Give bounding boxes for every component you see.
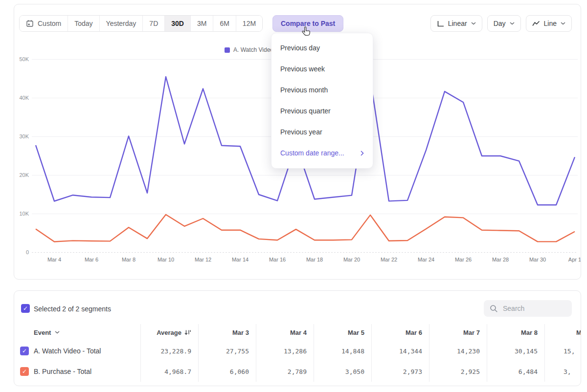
chart-card: CustomTodayYesterday7D30D3M6M12M Compare… [14,4,581,280]
chevron-down-icon [561,22,565,25]
scale-label: Linear [448,20,467,27]
x-tick-label: Mar 26 [449,257,478,262]
line-chart-icon [532,21,540,26]
preset-3m[interactable]: 3M [190,16,213,31]
x-tick-label: Mar 16 [263,257,292,262]
preset-12m[interactable]: 12M [236,16,262,31]
chevron-down-icon [55,331,60,334]
menu-item-previous-year[interactable]: Previous year [271,122,373,143]
y-tick-label: 30K [14,133,29,139]
x-tick-label: Mar 22 [374,257,404,262]
date-column-header: Mar 5 [314,324,371,341]
date-range-presets: CustomTodayYesterday7D30D3M6M12M [19,15,263,32]
value-cell: 2,925 [429,361,487,382]
series-line-b [36,215,575,241]
average-cell: 23,228.9 [140,341,198,361]
search-placeholder: Search [503,305,524,312]
menu-item-previous-month[interactable]: Previous month [271,80,373,101]
x-tick-label: Mar 28 [486,257,515,262]
x-tick-label: Mar 24 [411,257,441,262]
compare-to-past-menu: Previous dayPrevious weekPrevious monthP… [271,33,373,169]
y-tick-label: 40K [14,95,29,101]
preset-custom[interactable]: Custom [20,16,68,31]
value-cell: 3, [544,361,581,382]
x-tick-label: Mar 18 [300,257,329,262]
value-cell: 30,145 [487,341,544,361]
table-row[interactable]: ✓B. Purchase - Total4,968.76,0602,7893,0… [14,361,581,382]
search-input[interactable]: Search [484,300,572,317]
preset-30d[interactable]: 30D [164,16,190,31]
y-tick-label: 10K [14,211,29,217]
granularity-dropdown[interactable]: Day [487,15,521,32]
table-row[interactable]: ✓A. Watch Video - Total23,228.927,75513,… [14,341,581,361]
average-cell: 4,968.7 [140,361,198,382]
event-column-header[interactable]: Event [14,324,140,341]
calendar-icon [26,20,34,27]
row-checkbox[interactable]: ✓ [20,367,29,376]
value-cell: 27,755 [198,341,256,361]
chevron-down-icon [510,22,515,25]
value-cell: 14,344 [371,341,429,361]
chevron-down-icon [471,22,476,25]
preset-6m[interactable]: 6M [213,16,235,31]
date-column-header: M [544,324,581,341]
chevron-right-icon [361,151,364,156]
chart-display-controls: Linear Day Line [430,15,572,32]
x-tick-label: Mar 30 [523,257,552,262]
preset-yesterday[interactable]: Yesterday [99,16,143,31]
sort-descending-icon[interactable] [184,329,191,335]
preset-today[interactable]: Today [68,16,99,31]
y-tick-label: 50K [14,56,29,62]
date-column-header: Mar 8 [487,324,544,341]
value-cell: 2,789 [256,361,314,382]
axis-scale-icon [437,21,444,27]
x-tick-label: Mar 4 [40,257,69,262]
date-column-header: Mar 3 [198,324,256,341]
segment-label: A. Watch Video - Total [34,347,101,355]
chart-type-dropdown[interactable]: Line [526,15,572,32]
date-column-header: Mar 6 [371,324,429,341]
value-cell: 6,484 [487,361,544,382]
preset-7d[interactable]: 7D [142,16,164,31]
row-checkbox[interactable]: ✓ [20,347,29,355]
x-tick-label: Apr 1 [560,257,581,262]
value-cell: 14,848 [314,341,371,361]
average-column-header[interactable]: Average [140,324,198,341]
y-tick-label: 0 [14,249,29,255]
segment-label: B. Purchase - Total [34,368,91,375]
table-header-row: EventAverageMar 3Mar 4Mar 5Mar 6Mar 7Mar… [14,324,581,341]
y-tick-label: 20K [14,172,29,178]
date-column-header: Mar 4 [256,324,314,341]
analytics-dashboard: CustomTodayYesterday7D30D3M6M12M Compare… [0,0,587,392]
value-cell: 13,286 [256,341,314,361]
segments-table: EventAverageMar 3Mar 4Mar 5Mar 6Mar 7Mar… [14,324,581,382]
scale-dropdown[interactable]: Linear [430,15,482,32]
menu-item-custom-date-range[interactable]: Custom date range... [271,143,373,164]
value-cell: 6,060 [198,361,256,382]
date-column-header: Mar 7 [429,324,487,341]
menu-item-previous-quarter[interactable]: Previous quarter [271,101,373,122]
value-cell: 3,050 [314,361,371,382]
segments-card: ✓ Selected 2 of 2 segments Search EventA… [14,290,581,386]
x-tick-label: Mar 12 [188,257,218,262]
value-cell: 2,973 [371,361,429,382]
search-icon [490,305,498,313]
value-cell: 14,230 [429,341,487,361]
x-tick-label: Mar 10 [151,257,181,262]
x-tick-label: Mar 14 [226,257,255,262]
x-tick-label: Mar 6 [77,257,106,262]
chart-type-label: Line [544,20,557,27]
selected-summary: Selected 2 of 2 segments [34,305,111,313]
mouse-cursor-icon [301,26,312,38]
menu-item-previous-day[interactable]: Previous day [271,38,373,59]
x-tick-label: Mar 20 [337,257,366,262]
value-cell: 15, [544,341,581,361]
granularity-label: Day [494,20,506,27]
select-all-checkbox[interactable]: ✓ [21,304,30,313]
x-tick-label: Mar 8 [114,257,143,262]
menu-item-previous-week[interactable]: Previous week [271,59,373,80]
